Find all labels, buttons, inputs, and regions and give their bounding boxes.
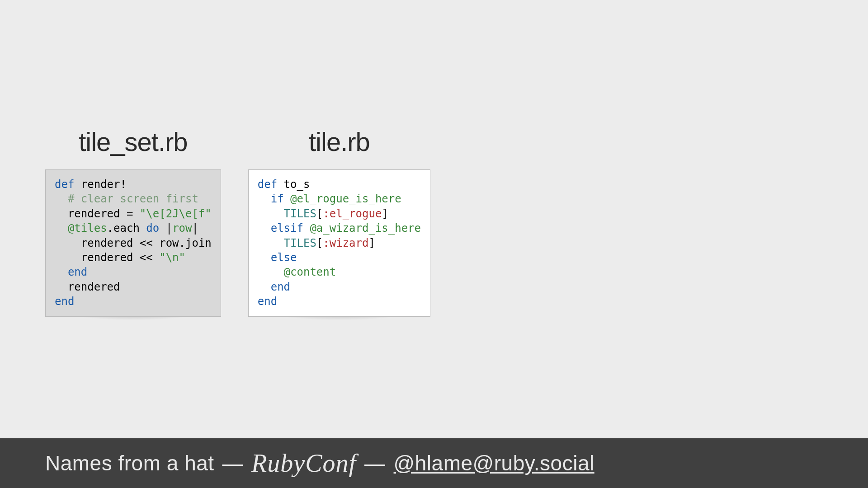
file-panel-right: tile.rb def to_s if @el_rogue_is_here TI… (248, 127, 430, 317)
file-title-left: tile_set.rb (45, 127, 221, 157)
footer-dash-2: — (364, 451, 386, 475)
footer-dash-1: — (222, 451, 244, 475)
code-box-right: def to_s if @el_rogue_is_here TILES[:el_… (248, 169, 430, 317)
file-panel-left: tile_set.rb def render! # clear screen f… (45, 127, 221, 317)
file-title-right: tile.rb (248, 127, 430, 157)
code-shadow-right: def to_s if @el_rogue_is_here TILES[:el_… (248, 169, 430, 317)
code-box-left: def render! # clear screen first rendere… (45, 169, 221, 317)
slide-footer: Names from a hat — RubyConf — @hlame@rub… (0, 438, 868, 488)
code-shadow-left: def render! # clear screen first rendere… (45, 169, 221, 317)
slide-content: tile_set.rb def render! # clear screen f… (0, 0, 868, 317)
footer-handle[interactable]: @hlame@ruby.social (394, 451, 594, 475)
footer-title: Names from a hat (45, 451, 214, 475)
footer-conf-logo: RubyConf (251, 449, 356, 478)
